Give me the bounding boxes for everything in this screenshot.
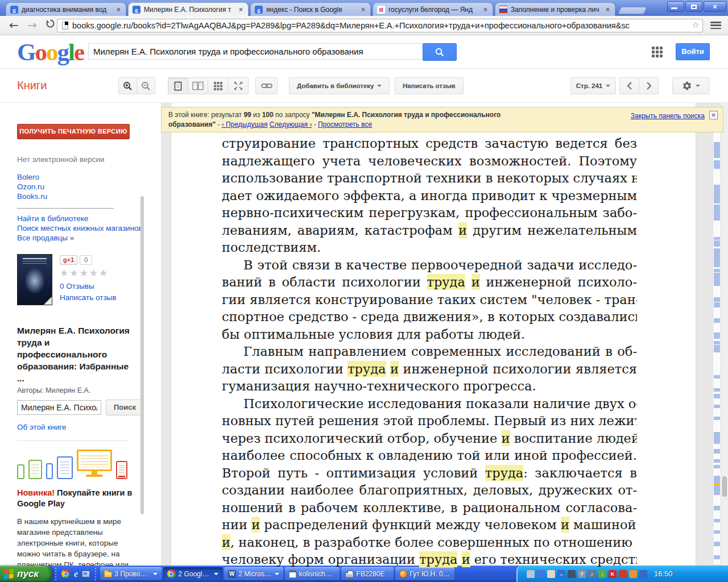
gplus-button[interactable]: g+1 [60,255,77,265]
search-result-mark[interactable] [714,237,720,240]
search-result-mark[interactable] [714,160,720,169]
search-result-mark[interactable] [714,555,720,559]
search-panel-link[interactable]: ‹ Предыдущая [222,120,268,128]
user-account-icon[interactable]: ? [578,570,586,578]
search-result-mark[interactable] [714,394,720,398]
sign-in-button[interactable]: Войти [676,43,710,60]
search-button[interactable] [423,43,457,61]
add-to-library-button[interactable]: Добавить в библиотеку [289,77,390,94]
show-desktop-icon[interactable] [82,571,90,577]
search-result-mark[interactable] [714,405,720,408]
fullscreen-button[interactable] [228,77,249,94]
search-result-mark[interactable] [714,269,720,272]
browser-tab[interactable]: gдиагностика внимания вод× [6,2,126,16]
search-result-mark[interactable] [714,519,720,522]
monitor-tray-icon[interactable] [639,570,647,578]
page-scrollbar[interactable] [721,103,728,566]
search-hits-scrollbar[interactable] [713,132,721,564]
thumbnail-view-button[interactable] [208,77,228,94]
book-search-input[interactable] [17,400,101,415]
rating-stars[interactable]: ★★★★★ [60,267,117,279]
minimize-button[interactable] [667,1,684,12]
tab-close-icon[interactable]: × [605,6,611,13]
browser-menu-icon[interactable] [710,22,721,29]
tab-close-icon[interactable]: × [115,6,122,13]
search-result-mark[interactable] [714,506,720,510]
book-search-button[interactable]: Поиск [106,400,144,415]
store-link[interactable]: Ozon.ru [17,182,161,192]
library-link[interactable]: Поиск местных книжных магазинов [17,223,161,233]
search-panel-link[interactable]: Следующая › [270,120,312,128]
close-button[interactable]: × [704,1,726,12]
search-result-mark[interactable] [714,449,720,454]
library-link[interactable]: Найти в библиотеке [17,214,161,223]
restore-button[interactable] [685,1,702,12]
search-result-mark[interactable] [714,297,720,302]
browser-tray-icon[interactable] [619,570,627,578]
back-icon[interactable]: ← [9,18,19,32]
scrollbar-thumb[interactable] [722,476,727,497]
search-result-mark[interactable] [714,205,720,221]
audio-device-icon[interactable]: ♪ [588,570,596,578]
search-result-mark[interactable] [714,375,720,379]
refresh-icon[interactable] [46,19,55,28]
next-page-button[interactable] [639,77,659,94]
reviews-link[interactable]: 0 Отзывы [60,282,117,290]
taskbar-button[interactable]: 3 Проводник [100,567,162,580]
ie-icon[interactable]: e [74,569,78,579]
apps-grid-icon[interactable] [652,47,663,58]
close-search-panel-link[interactable]: Закрыть панель поиска [631,111,705,121]
search-result-mark[interactable] [714,185,720,203]
zoom-out-button[interactable] [136,77,155,94]
search-result-mark[interactable] [714,240,720,247]
volume-icon[interactable] [629,570,637,578]
forward-icon[interactable]: → [27,18,37,32]
search-result-mark[interactable] [714,388,720,392]
page-select-button[interactable]: Стр. 241 [570,77,616,94]
color-settings-icon[interactable] [547,570,555,578]
write-review-link[interactable]: Написать отзыв [60,293,117,302]
single-page-view-button[interactable] [168,77,188,94]
sync-arrows-icon[interactable]: ↔ [557,570,565,578]
taskbar-button[interactable]: 2 Google Ch... [163,567,222,580]
address-bar[interactable]: books.google.ru/books?id=2TlwAgAAQBAJ&pg… [57,19,703,32]
about-book-link[interactable]: Об этой книге [17,423,161,431]
search-result-mark[interactable] [714,542,720,546]
display-settings-icon[interactable] [568,570,576,578]
store-link[interactable]: Bolero [17,172,161,182]
search-result-mark[interactable] [714,465,720,468]
search-result-mark[interactable] [714,530,720,534]
tab-close-icon[interactable]: × [482,6,489,13]
search-input[interactable] [88,43,423,60]
search-result-mark[interactable] [714,332,720,339]
taskbar-button[interactable]: W2 Microsoft ... [224,567,283,580]
search-result-mark[interactable] [714,345,720,352]
previous-page-button[interactable] [619,77,639,94]
search-result-mark[interactable] [714,341,720,344]
browser-tab[interactable]: gяндекс - Поиск в Google× [250,2,371,16]
update-icon[interactable]: ↓ [598,570,606,578]
new-tab-button[interactable] [618,7,647,14]
search-panel-link[interactable]: Просмотреть все [318,120,372,128]
taskbar-button[interactable]: Гут Ю.Н. 041... [395,567,454,580]
store-link[interactable]: Books.ru [17,192,161,201]
search-result-mark[interactable] [714,273,720,286]
link-button[interactable] [255,77,278,94]
chrome-icon[interactable] [61,569,70,578]
browser-tab[interactable]: Ягосуслуги белгород — Янд× [373,2,493,16]
start-button[interactable]: пуск [0,566,52,582]
search-result-mark[interactable] [714,302,720,307]
two-page-view-button[interactable] [188,77,208,94]
zoom-in-button[interactable] [118,77,137,94]
browser-tab[interactable]: Заполнение и проверка лич× [495,2,615,16]
search-result-mark[interactable] [714,417,720,420]
sidebar-scrollbar[interactable] [140,196,144,514]
search-result-mark[interactable] [714,318,720,323]
search-result-mark[interactable] [714,142,720,158]
removable-device-icon[interactable] [527,570,535,578]
search-result-mark[interactable] [714,248,720,267]
search-result-mark[interactable] [714,459,720,463]
taskbar-button[interactable]: FB2280E [341,567,394,580]
network-computers-icon[interactable] [537,570,545,578]
browser-tab[interactable]: gМилерян Е.А. Психология т× [128,2,249,16]
